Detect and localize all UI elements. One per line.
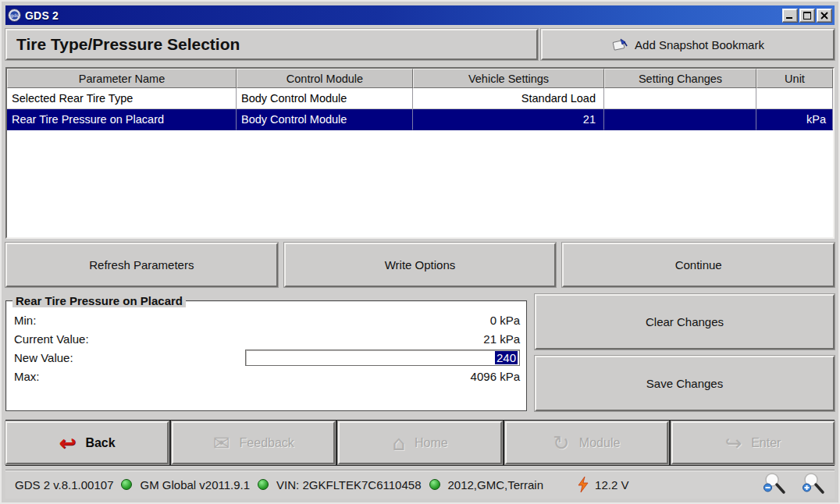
page-header: Tire Type/Pressure Selection Add Snapsho… — [5, 29, 835, 60]
add-snapshot-bookmark-button[interactable]: Add Snapshot Bookmark — [541, 29, 835, 60]
bottom-navigation: ↩ Back ✉ Feedback ⌂ Home ↻ Module ↪ Ente… — [5, 420, 835, 466]
minimize-button[interactable] — [782, 9, 798, 23]
back-label: Back — [85, 436, 115, 450]
home-button[interactable]: ⌂ Home — [338, 421, 501, 464]
refresh-parameters-button[interactable]: Refresh Parameters — [5, 243, 278, 287]
lightning-bolt-icon — [578, 477, 589, 492]
groupbox-title: Rear Tire Pressure on Placard — [12, 294, 186, 307]
table-empty-area — [7, 130, 833, 237]
zoom-controls — [763, 473, 825, 496]
cell-vehicle-setting: 21 — [413, 109, 604, 130]
svg-text:gds: gds — [10, 12, 19, 19]
table-row-rear-tire-pressure[interactable]: Rear Tire Pressure on Placard Body Contr… — [7, 109, 833, 130]
feedback-button[interactable]: ✉ Feedback — [172, 421, 335, 464]
table-row-selected-rear-tire-type[interactable]: Selected Rear Tire Type Body Control Mod… — [7, 88, 833, 109]
gds-app-icon: gds — [8, 9, 21, 22]
column-header-unit: Unit — [756, 69, 833, 88]
module-label: Module — [579, 436, 620, 450]
titlebar: gds GDS 2 — [5, 5, 835, 25]
feedback-envelope-icon: ✉ — [213, 433, 230, 453]
column-header-control-module: Control Module — [237, 69, 413, 88]
table-header-row: Parameter Name Control Module Vehicle Se… — [7, 69, 833, 88]
min-value: 0 kPa — [490, 314, 520, 327]
max-label: Max: — [14, 370, 40, 383]
zoom-out-icon[interactable] — [763, 473, 786, 496]
software-version: GM Global v2011.9.1 — [140, 478, 250, 492]
column-header-vehicle-settings: Vehicle Settings — [413, 69, 604, 88]
max-value: 4096 kPa — [471, 370, 520, 383]
back-button[interactable]: ↩ Back — [5, 421, 169, 464]
bookmark-button-label: Add Snapshot Bookmark — [635, 38, 764, 51]
zoom-in-icon[interactable] — [802, 473, 825, 496]
home-label: Home — [415, 436, 448, 450]
window-title: GDS 2 — [25, 9, 59, 22]
continue-button[interactable]: Continue — [562, 243, 835, 287]
cell-unit: kPa — [756, 109, 833, 130]
write-options-button[interactable]: Write Options — [284, 243, 557, 287]
cell-unit — [756, 88, 833, 109]
cell-module: Body Control Module — [237, 109, 413, 130]
current-value-label: Current Value: — [14, 332, 89, 346]
new-value-label: New Value: — [14, 351, 73, 364]
enter-button[interactable]: ↪ Enter — [671, 421, 835, 464]
app-version: GDS 2 v.8.1.00107 — [15, 478, 113, 492]
bookmark-icon — [611, 37, 628, 52]
new-value-row: New Value: 240 — [14, 348, 520, 367]
module-button[interactable]: ↻ Module — [505, 421, 668, 464]
save-changes-button[interactable]: Save Changes — [535, 356, 835, 411]
page-title-panel: Tire Type/Pressure Selection — [5, 29, 538, 60]
parameter-detail-section: Rear Tire Pressure on Placard Min: 0 kPa… — [5, 294, 835, 411]
enter-label: Enter — [751, 436, 781, 450]
table-actions: Refresh Parameters Write Options Continu… — [5, 243, 835, 287]
voltage-indicator: 12.2 V — [578, 477, 628, 492]
vehicle-description: 2012,GMC,Terrain — [448, 478, 544, 492]
cell-vehicle-setting: Standard Load — [413, 88, 604, 109]
cell-parameter: Rear Tire Pressure on Placard — [7, 109, 237, 130]
new-value-input[interactable]: 240 — [245, 350, 520, 366]
window-controls — [782, 9, 832, 23]
cell-setting-change — [604, 88, 756, 109]
vin-value: VIN: 2GKFLTEK7C6110458 — [276, 478, 421, 492]
gds2-window: gds GDS 2 Tire Type/Pressure Selection — [0, 0, 840, 504]
status-ok-icon — [121, 479, 132, 490]
status-ok-icon — [258, 479, 269, 490]
module-refresh-icon: ↻ — [553, 433, 570, 453]
current-value-row: Current Value: 21 kPa — [14, 329, 520, 348]
min-label: Min: — [14, 314, 36, 327]
close-icon — [820, 12, 828, 20]
maximize-button[interactable] — [799, 9, 815, 23]
current-value: 21 kPa — [483, 332, 520, 346]
close-button[interactable] — [817, 9, 832, 23]
new-value-selected-text: 240 — [495, 351, 518, 364]
minimize-icon — [786, 12, 794, 20]
status-ok-icon — [429, 479, 440, 490]
column-header-parameter-name: Parameter Name — [7, 69, 237, 88]
change-buttons: Clear Changes Save Changes — [535, 294, 835, 411]
min-row: Min: 0 kPa — [14, 311, 520, 329]
maximize-icon — [803, 12, 811, 20]
status-bar: GDS 2 v.8.1.00107 GM Global v2011.9.1 VI… — [5, 470, 835, 499]
max-row: Max: 4096 kPa — [14, 367, 520, 385]
column-header-setting-changes: Setting Changes — [604, 69, 756, 88]
cell-setting-change — [604, 109, 756, 130]
clear-changes-button[interactable]: Clear Changes — [535, 294, 835, 350]
home-house-icon: ⌂ — [392, 433, 405, 453]
parameter-groupbox: Rear Tire Pressure on Placard Min: 0 kPa… — [5, 294, 527, 411]
enter-arrow-icon: ↪ — [724, 433, 742, 453]
back-arrow-icon: ↩ — [59, 433, 77, 453]
cell-module: Body Control Module — [237, 88, 413, 109]
cell-parameter: Selected Rear Tire Type — [7, 88, 237, 109]
voltage-value: 12.2 V — [595, 478, 628, 492]
parameter-table: Parameter Name Control Module Vehicle Se… — [5, 67, 835, 239]
feedback-label: Feedback — [240, 436, 294, 450]
page-title: Tire Type/Pressure Selection — [16, 35, 240, 54]
